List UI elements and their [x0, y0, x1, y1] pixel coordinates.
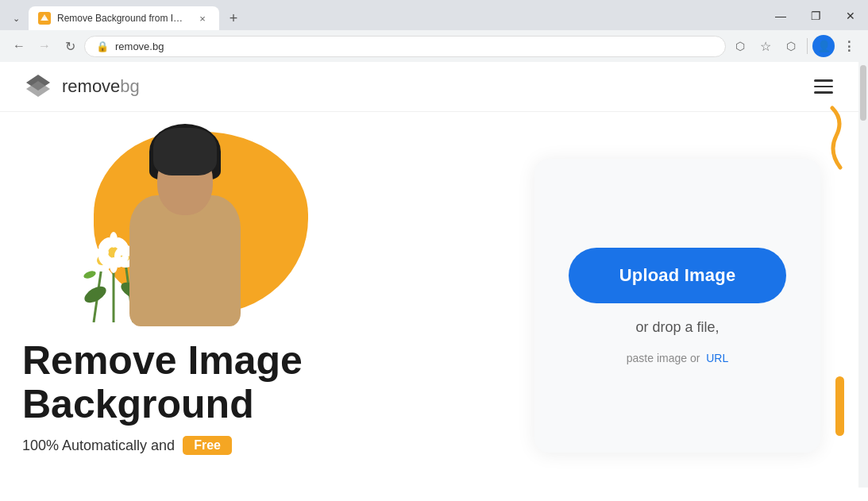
back-icon: ←: [13, 39, 25, 53]
active-tab[interactable]: Remove Background from Im... ×: [29, 6, 219, 30]
upload-image-button[interactable]: Upload Image: [569, 248, 787, 303]
hero-heading: Remove Image Background: [22, 339, 519, 426]
window-controls: — ❐ ✕: [763, 3, 868, 29]
logo-text: removebg: [62, 76, 140, 97]
main-section: Remove Image Background 100% Automatical…: [0, 112, 858, 484]
tab-title: Remove Background from Im...: [57, 13, 189, 24]
deco-curl: [800, 104, 844, 175]
reload-icon: ↻: [65, 39, 75, 54]
svg-point-7: [82, 283, 109, 306]
scrollbar[interactable]: [858, 62, 868, 488]
drop-text: or drop a file,: [635, 319, 719, 336]
bookmark-button[interactable]: ☆: [754, 35, 777, 57]
site-nav: removebg: [0, 62, 858, 112]
reload-button[interactable]: ↻: [59, 35, 81, 57]
extensions-button[interactable]: ⬡: [780, 35, 802, 57]
right-content: Upload Image or drop a file, paste image…: [519, 112, 836, 484]
tab-close-button[interactable]: ×: [195, 11, 210, 25]
extensions-icon: ⬡: [786, 40, 796, 52]
maximize-button[interactable]: ❐: [798, 3, 833, 29]
tab-bar-area: ⌄ Remove Background from Im... × + —: [0, 0, 868, 30]
person-illustration: [110, 124, 260, 326]
tab-favicon: [38, 12, 51, 25]
star-icon: ☆: [760, 39, 771, 54]
profile-button[interactable]: 👤: [812, 35, 835, 57]
webpage-content: removebg: [0, 62, 858, 488]
hamburger-line-3: [814, 91, 833, 94]
page-wrapper: removebg: [0, 62, 868, 488]
hamburger-menu[interactable]: [811, 76, 836, 97]
left-content: Remove Image Background 100% Automatical…: [22, 112, 519, 484]
upload-card: Upload Image or drop a file, paste image…: [534, 159, 820, 453]
close-window-button[interactable]: ✕: [833, 3, 868, 29]
new-tab-button[interactable]: +: [222, 7, 245, 29]
menu-button[interactable]: ⋮: [838, 35, 860, 57]
svg-point-23: [83, 270, 97, 280]
scrollbar-thumb[interactable]: [860, 65, 866, 121]
hero-subtext: 100% Automatically and Free: [22, 436, 519, 455]
forward-button[interactable]: →: [33, 35, 56, 57]
deco-bar: [835, 376, 844, 436]
navigation-bar: ← → ↻ 🔒 remove.bg ⬡ ☆ ⬡ 👤 ⋮: [0, 30, 868, 62]
chevron-down-icon: ⌄: [13, 13, 20, 24]
browser-chrome: ⌄ Remove Background from Im... × + —: [0, 0, 868, 62]
cast-button[interactable]: ⬡: [729, 35, 751, 57]
logo-svg: [22, 75, 54, 98]
lock-icon: 🔒: [96, 40, 109, 52]
forward-icon: →: [38, 39, 51, 53]
person-hair-curl: [153, 128, 217, 175]
profile-icon: 👤: [817, 40, 831, 52]
address-text[interactable]: remove.bg: [115, 40, 714, 52]
cast-icon: ⬡: [735, 40, 745, 52]
back-button[interactable]: ←: [8, 35, 30, 57]
hamburger-line-2: [814, 86, 833, 88]
paste-text: paste image or URL: [627, 352, 728, 364]
favicon-icon: [40, 13, 49, 23]
tab-list-button[interactable]: ⌄: [6, 9, 25, 28]
url-link[interactable]: URL: [706, 352, 728, 364]
free-badge: Free: [183, 436, 232, 455]
hamburger-line-1: [814, 79, 833, 82]
address-bar[interactable]: 🔒 remove.bg: [84, 36, 726, 57]
logo[interactable]: removebg: [22, 75, 140, 98]
svg-rect-1: [42, 17, 47, 21]
hero-image-area: [22, 120, 356, 326]
logo-icon: [22, 75, 54, 98]
curl-decoration-svg: [800, 104, 844, 171]
menu-icon: ⋮: [843, 39, 855, 54]
minimize-button[interactable]: —: [763, 3, 798, 29]
divider: [807, 38, 808, 54]
